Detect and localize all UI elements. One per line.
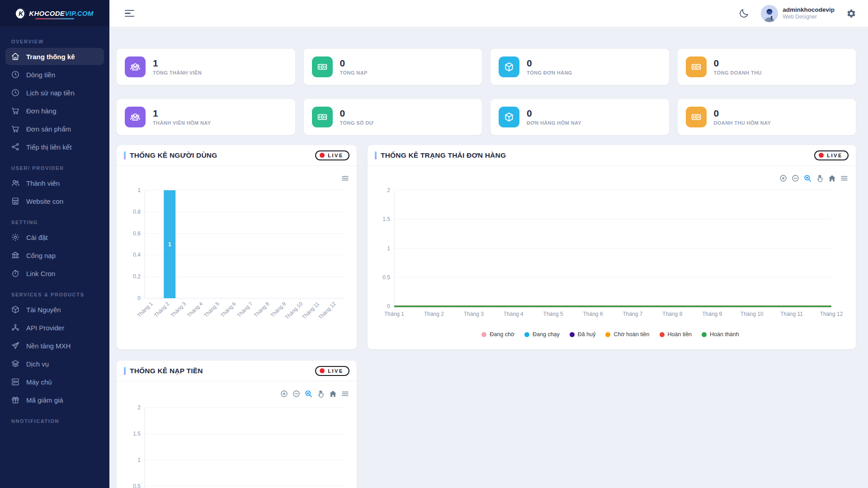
legend-item[interactable]: Đang chờ <box>481 331 514 338</box>
stat-card: 0 DOANH THU HÔM NAY <box>678 99 856 135</box>
gear-icon <box>11 233 20 242</box>
sidebar: K KHOCODEVIP.COM OVERVIEWTrang thống kêD… <box>0 0 109 488</box>
svg-text:Tháng 10: Tháng 10 <box>284 301 303 320</box>
sidebar-item-label: Dòng tiền <box>26 71 55 79</box>
svg-text:Tháng 9: Tháng 9 <box>702 311 722 317</box>
legend-item[interactable]: Hoàn tiền <box>660 331 692 338</box>
sidebar-item-bank-1[interactable]: Cổng nạp <box>5 247 104 264</box>
sidebar-item-api-1[interactable]: API Provider <box>5 319 104 336</box>
stat-card: 0 TỔNG SỐ DƯ <box>304 99 482 135</box>
users-chart-title: THỐNG KÊ NGƯỜI DÙNG <box>130 151 217 160</box>
sidebar-item-users-0[interactable]: Thành viên <box>5 174 104 192</box>
clock-icon <box>11 70 20 79</box>
stat-value: 0 <box>714 108 771 118</box>
brand-logo[interactable]: K KHOCODEVIP.COM <box>0 0 109 27</box>
sidebar-section-label: OVERVIEW <box>11 39 109 44</box>
settings-gear-icon[interactable] <box>846 9 856 19</box>
sidebar-item-layers-3[interactable]: Dịch vụ <box>5 355 104 372</box>
sidebar-item-cart-3[interactable]: Đơn hàng <box>5 102 104 119</box>
selection-zoom-icon[interactable] <box>304 389 313 398</box>
sidebar-item-label: Cổng nạp <box>26 252 56 259</box>
pan-icon[interactable] <box>316 389 325 398</box>
selection-zoom-icon[interactable] <box>803 174 812 183</box>
zoom-in-icon[interactable] <box>280 389 288 398</box>
dark-mode-moon-icon[interactable] <box>739 8 749 19</box>
sidebar-item-plane-2[interactable]: Nền tảng MXH <box>5 337 104 354</box>
sidebar-item-label: Tiếp thị liên kết <box>26 143 71 151</box>
sidebar-item-home-0[interactable]: Trang thống kê <box>5 48 104 65</box>
sidebar-item-store-1[interactable]: Website con <box>5 192 104 210</box>
zoom-out-icon[interactable] <box>791 174 800 183</box>
svg-text:Tháng 4: Tháng 4 <box>504 311 524 317</box>
stat-label: TỔNG THÀNH VIÊN <box>153 70 202 75</box>
svg-text:2: 2 <box>387 187 390 193</box>
stat-label: ĐƠN HÀNG HÔM NAY <box>527 120 581 126</box>
sidebar-item-gift-5[interactable]: Mã giảm giá <box>5 391 104 408</box>
legend-item[interactable]: Đang chạy <box>524 331 560 338</box>
svg-text:0.2: 0.2 <box>133 273 141 280</box>
legend-item[interactable]: Chờ hoàn tiền <box>605 331 649 338</box>
sidebar-item-clock-2[interactable]: Lịch sử nạp tiền <box>5 84 104 101</box>
svg-text:1: 1 <box>137 187 141 193</box>
sidebar-item-clock-1[interactable]: Dòng tiền <box>5 66 104 83</box>
stats-grid: 1 TỔNG THÀNH VIÊN 0 TỔNG NẠP 0 TỔNG ĐƠN … <box>117 49 856 135</box>
svg-text:0: 0 <box>387 303 390 310</box>
cart-icon <box>11 106 20 115</box>
stat-value: 1 <box>153 108 211 118</box>
stat-label: TỔNG NẠP <box>340 70 368 75</box>
sidebar-item-box-0[interactable]: Tài Nguyên <box>5 301 104 318</box>
title-accent-bar <box>124 367 126 375</box>
stat-value: 0 <box>527 108 581 118</box>
reset-home-icon[interactable] <box>828 174 836 183</box>
svg-text:1.5: 1.5 <box>133 431 141 437</box>
sidebar-item-gear-0[interactable]: Cài đặt <box>5 229 104 246</box>
order-status-line-chart: 00.511.52Tháng 1Tháng 2Tháng 3Tháng 4Thá… <box>368 166 856 338</box>
menu-icon[interactable] <box>341 389 349 398</box>
legend-dot <box>481 332 486 337</box>
svg-text:Tháng 11: Tháng 11 <box>780 311 803 317</box>
sidebar-section-label: SERVICES & PRODUCTS <box>11 292 109 297</box>
zoom-out-icon[interactable] <box>292 389 301 398</box>
sidebar-item-label: Nền tảng MXH <box>26 342 71 350</box>
clock-icon <box>11 88 20 97</box>
sidebar-item-share-5[interactable]: Tiếp thị liên kết <box>5 138 104 155</box>
svg-text:Tháng 8: Tháng 8 <box>253 301 270 318</box>
legend-item[interactable]: Hoàn thành <box>702 331 739 338</box>
pan-icon[interactable] <box>816 174 824 183</box>
legend-item[interactable]: Đã huỷ <box>570 331 596 338</box>
svg-text:Tháng 2: Tháng 2 <box>424 311 444 317</box>
chart-toolbar <box>280 389 349 398</box>
main-content: 1 TỔNG THÀNH VIÊN 0 TỔNG NẠP 0 TỔNG ĐƠN … <box>109 27 868 488</box>
chart-toolbar <box>341 174 349 183</box>
sidebar-toggle-menu-icon[interactable] <box>125 10 134 17</box>
svg-text:Tháng 1: Tháng 1 <box>137 301 154 318</box>
stat-card: 1 TỔNG THÀNH VIÊN <box>117 49 295 85</box>
server-icon <box>11 377 20 386</box>
sidebar-item-server-4[interactable]: Máy chủ <box>5 373 104 390</box>
svg-text:Tháng 4: Tháng 4 <box>186 301 204 319</box>
sidebar-item-label: Tài Nguyên <box>26 306 61 314</box>
users-icon <box>11 178 20 188</box>
user-menu[interactable]: adminkhocodevip Web Designer <box>761 5 835 22</box>
reset-home-icon[interactable] <box>329 389 337 398</box>
sidebar-item-label: Dịch vụ <box>26 360 49 368</box>
chart-toolbar <box>779 174 849 183</box>
share-icon <box>11 142 20 151</box>
sidebar-item-cart-4[interactable]: Đơn sản phẩm <box>5 120 104 137</box>
store-icon <box>11 197 20 206</box>
sidebar-item-label: Thành viên <box>26 179 60 187</box>
plane-icon <box>11 341 20 350</box>
menu-icon[interactable] <box>840 174 849 183</box>
user-role: Web Designer <box>783 14 835 20</box>
svg-text:Tháng 11: Tháng 11 <box>301 301 320 320</box>
zoom-in-icon[interactable] <box>779 174 788 183</box>
sidebar-item-timer-2[interactable]: Link Cron <box>5 265 104 282</box>
menu-icon[interactable] <box>341 174 349 183</box>
topup-line-chart-svg: 00.511.52Tháng 1Tháng 2Tháng 3Tháng 4Thá… <box>119 385 351 488</box>
order-status-card: THỐNG KÊ TRẠNG THÁI ĐƠN HÀNG LIVE 00.511… <box>368 145 856 349</box>
title-accent-bar <box>375 151 377 160</box>
svg-text:Tháng 2: Tháng 2 <box>153 301 170 318</box>
svg-text:Tháng 6: Tháng 6 <box>583 311 603 317</box>
order-status-line-chart-svg: 00.511.52Tháng 1Tháng 2Tháng 3Tháng 4Thá… <box>370 169 850 328</box>
cube-icon <box>499 56 519 77</box>
